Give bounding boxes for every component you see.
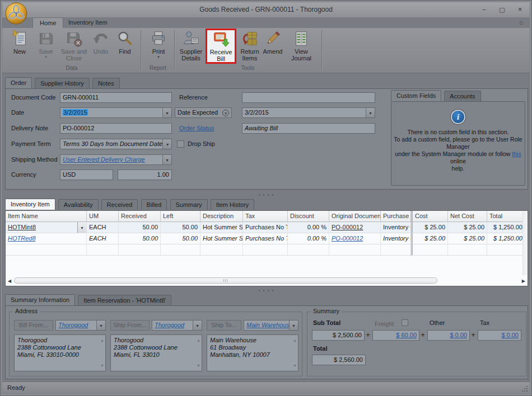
tab-item-history[interactable]: Item History <box>211 199 255 210</box>
tax-field[interactable]: $ 0.00 <box>478 330 521 341</box>
view-journal-button[interactable]: View Journal <box>284 30 319 64</box>
order-status-link[interactable]: Order Status <box>179 123 214 134</box>
scroll-right-icon[interactable]: ▶ <box>522 279 525 284</box>
col-header-description[interactable]: Description <box>200 211 243 222</box>
ship-from-combo[interactable]: Thorogood <box>152 320 202 331</box>
tab-accounts[interactable]: Accounts <box>444 91 480 101</box>
tab-billed[interactable]: Billed <box>141 199 167 210</box>
ship-to-address[interactable]: Main Warehouse 61 Broadway Manhattan, NY… <box>207 334 298 371</box>
tab-order[interactable]: Order <box>5 77 32 88</box>
receive-bill-button[interactable]: Receive Bill <box>206 29 236 64</box>
print-dropdown-icon[interactable]: ▾ <box>146 55 171 59</box>
document-code-field[interactable]: GRN-000011 <box>60 92 172 103</box>
col-header-left[interactable]: Left <box>161 211 200 222</box>
print-button[interactable]: Print ▾ <box>146 30 171 64</box>
horizontal-splitter[interactable] <box>1 289 531 291</box>
shipping-method-link[interactable]: User Entered Delivery Charge <box>63 156 145 163</box>
payment-term-combo[interactable]: Terms 30 Days from Document Date <box>60 139 172 149</box>
restore-icon[interactable] <box>498 6 506 14</box>
ship-from-button[interactable]: Ship From... <box>110 320 150 331</box>
col-header-um[interactable]: UM <box>87 211 119 222</box>
tab-inventory-item[interactable]: Inventory Item <box>5 199 55 210</box>
scroll-up-icon[interactable]: ▲ <box>100 337 104 344</box>
tab-availability[interactable]: Availability <box>58 199 99 210</box>
scroll-down-icon[interactable]: ▼ <box>197 362 200 369</box>
payment-term-dropdown-icon[interactable] <box>162 139 171 149</box>
ribbon-tab-home[interactable]: Home <box>32 17 63 28</box>
freight-checkbox[interactable] <box>402 319 408 326</box>
tab-item-reservation[interactable]: Item Reservation - 'HOTMint8' <box>78 295 171 305</box>
freight-field[interactable]: $ 60.00 <box>372 330 419 341</box>
horizontal-splitter[interactable] <box>1 193 531 196</box>
col-header-total[interactable]: Total <box>487 211 525 222</box>
col-header-received[interactable]: Received <box>119 211 161 222</box>
scroll-down-icon[interactable]: ▼ <box>293 362 297 369</box>
bill-from-combo[interactable]: Thorogood <box>55 320 106 331</box>
tab-supplier-history[interactable]: Supplier History <box>35 78 90 88</box>
col-header-net-cost[interactable]: Net Cost <box>448 211 487 222</box>
vertical-scrollbar[interactable] <box>522 211 527 275</box>
shipping-method-dropdown-icon[interactable] <box>162 155 171 164</box>
ship-to-combo[interactable]: Main Warehouse <box>244 320 298 331</box>
amend-button[interactable]: Amend <box>262 30 284 64</box>
new-button[interactable]: New <box>7 30 32 64</box>
save-dropdown-icon[interactable]: ▾ <box>34 55 58 59</box>
col-header-original-document[interactable]: Original Document <box>329 211 381 222</box>
date-expected-field[interactable]: 3/2/2015 <box>242 107 375 118</box>
col-header-cost[interactable]: Cost <box>411 211 448 222</box>
exchange-rate-field[interactable]: 1.00 <box>118 169 172 180</box>
item-name-link[interactable]: HOTRed8 <box>8 235 36 242</box>
date-expected-selector-button[interactable]: Date Expected <box>175 107 232 118</box>
item-name-combo[interactable]: HOTMint8 <box>6 222 87 233</box>
ship-to-button[interactable]: Ship To... <box>207 320 241 331</box>
scroll-up-icon[interactable]: ▲ <box>197 337 200 344</box>
app-logo-icon[interactable] <box>4 2 28 25</box>
ship-to-dropdown-icon[interactable] <box>289 320 298 330</box>
scroll-down-icon[interactable]: ▼ <box>100 362 104 369</box>
item-name-dropdown-icon[interactable] <box>77 222 86 233</box>
minimize-icon[interactable] <box>480 6 488 14</box>
save-and-close-button[interactable]: Save and Close <box>58 30 90 64</box>
horizontal-scrollbar[interactable]: ◀ ▶ <box>6 276 527 285</box>
bill-from-dropdown-icon[interactable] <box>96 320 105 330</box>
ship-from-address[interactable]: Thorogood 2388 Cottonwood Lane Miami, FL… <box>110 334 202 371</box>
date-field[interactable]: 3/2/2015 <box>60 107 172 118</box>
ribbon-tab-inventory-item[interactable]: Inventory Item <box>62 17 114 28</box>
ship-from-dropdown-icon[interactable] <box>193 320 202 330</box>
tab-notes[interactable]: Notes <box>92 78 120 88</box>
bill-from-button[interactable]: Bill From... <box>14 320 53 331</box>
scrollbar-thumb[interactable] <box>14 277 437 284</box>
tab-summary[interactable]: Summary <box>170 199 208 210</box>
return-items-button[interactable]: Return Items <box>238 30 262 64</box>
tab-received[interactable]: Received <box>101 199 138 210</box>
scroll-up-icon[interactable]: ▲ <box>293 337 297 344</box>
currency-code-field[interactable]: USD <box>60 169 113 180</box>
bill-from-address[interactable]: Thorogood 2388 Cottonwood Lane Miami, FL… <box>14 334 106 371</box>
collapse-ribbon-icon[interactable] <box>519 19 523 26</box>
reference-field[interactable] <box>242 92 375 103</box>
find-button[interactable]: Find <box>113 30 137 64</box>
plus-sign: + <box>470 330 476 341</box>
scroll-left-icon[interactable]: ◀ <box>8 279 11 284</box>
drop-ship-checkbox[interactable] <box>177 140 184 148</box>
save-button[interactable]: Save ▾ <box>34 30 58 64</box>
date-expected-dropdown-icon[interactable] <box>366 108 375 117</box>
other-field[interactable]: $ 0.00 <box>427 330 470 341</box>
delivery-note-field[interactable]: PO-000012 <box>60 123 172 134</box>
original-document-link[interactable]: PO-000012 <box>332 224 363 230</box>
date-dropdown-icon[interactable] <box>162 108 171 117</box>
col-header-item-name[interactable]: Item Name <box>6 211 87 222</box>
col-header-purchase-account[interactable]: Purchase A <box>381 211 411 222</box>
date-expected-cycle-icon[interactable] <box>222 110 229 116</box>
tab-summary-information[interactable]: Summary Information <box>5 294 75 305</box>
col-header-discount[interactable]: Discount <box>288 211 329 222</box>
close-icon[interactable] <box>516 6 524 14</box>
shipping-method-combo[interactable]: User Entered Delivery Charge <box>60 154 172 165</box>
supplier-details-button[interactable]: Supplier Details <box>176 30 206 64</box>
online-help-link[interactable]: this <box>512 150 521 157</box>
col-header-tax[interactable]: Tax <box>243 211 288 222</box>
tab-custom-fields[interactable]: Custom Fields <box>391 90 441 101</box>
original-document-link[interactable]: PO-000012 <box>332 235 363 242</box>
resize-grip[interactable] <box>521 385 528 392</box>
undo-button[interactable]: Undo <box>90 30 112 64</box>
